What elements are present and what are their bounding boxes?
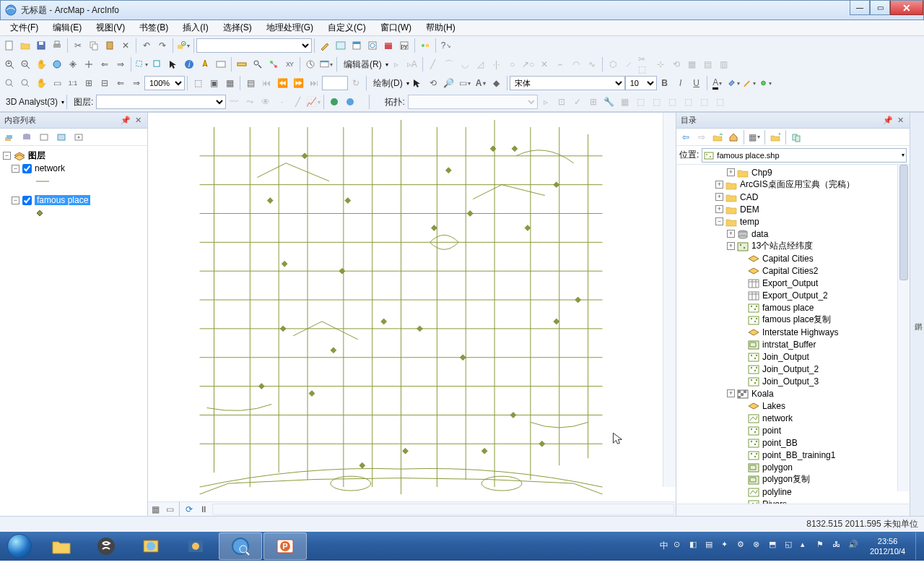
catalog-item[interactable]: polyline	[678, 486, 910, 498]
topology-edit-button[interactable]: ▹	[539, 95, 553, 109]
font-size-combo[interactable]: 10	[625, 76, 657, 90]
html-popup-button[interactable]	[214, 57, 228, 72]
catalog-options-button[interactable]	[789, 130, 803, 144]
toc-button[interactable]	[334, 38, 348, 53]
draw-select-button[interactable]	[410, 76, 424, 90]
toggle-draft-button[interactable]: ⬚	[191, 76, 205, 90]
zoom-in-button[interactable]: +	[2, 57, 17, 72]
hyperlink-button[interactable]	[198, 57, 212, 72]
menu-edit[interactable]: 编辑(E)	[45, 20, 89, 36]
menu-customize[interactable]: 自定义(C)	[321, 20, 373, 36]
catalog-item[interactable]: +Koala	[678, 387, 910, 400]
select-elements-button[interactable]	[166, 57, 180, 72]
data-view-button[interactable]: ▦	[149, 503, 162, 516]
catalog-item[interactable]: Join_Output_2	[678, 363, 910, 375]
toc-checkbox-network[interactable]	[22, 164, 32, 173]
data-driven-pages-button[interactable]: ▤	[243, 76, 258, 90]
model-builder-button[interactable]	[418, 38, 432, 53]
clear-selection-button[interactable]	[150, 57, 165, 72]
map-vertical-scrollbar[interactable]	[663, 113, 676, 487]
add-data-button[interactable]: +▾	[176, 38, 191, 53]
menu-view[interactable]: 视图(V)	[89, 20, 132, 36]
maximize-button[interactable]: ▭	[870, 1, 890, 15]
taskbar-app[interactable]	[174, 532, 217, 560]
topology-validate-extent-button[interactable]: ⊞	[586, 95, 601, 109]
right-angle-button[interactable]: ◿	[474, 57, 488, 72]
expander-icon[interactable]: +	[727, 168, 735, 176]
toc-options-button[interactable]	[71, 130, 86, 144]
tray-icon[interactable]: ▤	[705, 540, 718, 553]
find-route-button[interactable]	[266, 57, 281, 72]
catalog-item[interactable]: Capital Cities	[678, 252, 910, 264]
pause-drawing-button[interactable]: ⏸	[197, 503, 210, 516]
taskbar-arccatalog[interactable]	[129, 532, 173, 560]
contour-button[interactable]: 〰	[227, 95, 241, 109]
ddp-first-button[interactable]: ⏮	[259, 76, 274, 90]
print-button[interactable]	[50, 38, 64, 53]
line-color-button[interactable]: ▾	[742, 76, 757, 90]
steepest-path-button[interactable]: ⤳	[243, 95, 257, 109]
arctoolbox-button[interactable]	[381, 38, 396, 53]
full-extent-button[interactable]	[50, 57, 64, 72]
catalog-item[interactable]: famous place复制	[678, 314, 910, 326]
topology-fix-button[interactable]: 🔧	[602, 95, 616, 109]
layout-next-extent-button[interactable]: ⇒	[129, 76, 144, 90]
toc-symbol-network[interactable]	[1, 175, 146, 188]
bezier-button[interactable]: ∿	[585, 57, 599, 72]
catalog-button[interactable]	[349, 38, 364, 53]
catalog-item[interactable]: polygon	[678, 461, 910, 473]
topology-shared-button[interactable]: ⊡	[554, 95, 569, 109]
save-button[interactable]	[34, 38, 48, 53]
menu-bookmarks[interactable]: 书签(B)	[132, 20, 175, 36]
help-button[interactable]: ?↘	[439, 38, 453, 53]
map-canvas[interactable]	[148, 113, 676, 501]
create-viewer-button[interactable]: ▾	[319, 57, 334, 72]
sketch-properties-button[interactable]: ▤	[701, 57, 715, 72]
open-button[interactable]	[18, 38, 32, 53]
catalog-item[interactable]: Export_Output_2	[678, 289, 910, 301]
catalog-item[interactable]: −temp	[678, 215, 910, 228]
straight-segment-button[interactable]: ╱	[426, 57, 440, 72]
expander-icon[interactable]: −	[12, 197, 19, 204]
cut-polygons-button[interactable]: ✂⬚	[637, 57, 652, 72]
fixed-zoom-in-button[interactable]	[66, 57, 80, 72]
start-button[interactable]	[0, 532, 39, 561]
new-button[interactable]	[2, 38, 17, 53]
python-button[interactable]: py	[397, 38, 411, 53]
catalog-item[interactable]: famous place	[678, 301, 910, 314]
italic-button[interactable]: I	[674, 76, 688, 90]
catalog-tree[interactable]: +Chp9+ArcGIS桌面应用宝典（完稿）+CAD+DEM−temp+data…	[676, 165, 910, 504]
underline-button[interactable]: U	[689, 76, 704, 90]
ddp-next-button[interactable]: ⏩	[291, 76, 305, 90]
taskbar-arcmap[interactable]	[219, 532, 262, 560]
font-color-button[interactable]: A▾	[710, 76, 725, 90]
catalog-item[interactable]: +13个站点经纬度	[678, 240, 910, 252]
tray-icon[interactable]: ⚙	[737, 540, 750, 553]
taskbar-clock[interactable]: 23:56 2012/10/4	[863, 536, 912, 556]
close-button[interactable]: ✕	[890, 1, 923, 15]
catalog-close-icon[interactable]: ✕	[896, 116, 905, 125]
topology-b6[interactable]: ⬚	[713, 95, 728, 109]
expander-icon[interactable]: +	[727, 242, 735, 250]
toc-tree[interactable]: − 图层 − network − famous place	[0, 146, 147, 516]
minimize-button[interactable]: —	[850, 1, 870, 15]
ddp-prev-button[interactable]: ⏪	[275, 76, 289, 90]
taskbar-explorer[interactable]	[40, 532, 83, 560]
cut-button[interactable]: ✂	[71, 38, 85, 53]
fill-color-button[interactable]: ▾	[726, 76, 741, 90]
direction-distance-button[interactable]: ↗○	[521, 57, 536, 72]
catalog-up-button[interactable]	[710, 130, 725, 144]
line-of-sight-button[interactable]: 👁	[258, 95, 273, 109]
tangent-button[interactable]: ◠	[569, 57, 583, 72]
catalog-item[interactable]: Rivers	[678, 498, 910, 504]
location-dropdown-icon[interactable]: ▾	[902, 152, 905, 158]
arcglobe-button[interactable]	[343, 95, 357, 109]
layout-zoom-combo[interactable]: 100%	[144, 76, 185, 90]
expander-icon[interactable]: +	[715, 193, 723, 201]
marker-color-button[interactable]: ▾	[758, 76, 772, 90]
side-tab[interactable]: 鏘	[910, 113, 924, 516]
edit-annotation-button[interactable]: ▹A	[405, 57, 419, 72]
layout-zoom-out-button[interactable]	[18, 76, 32, 90]
toc-checkbox-famous-place[interactable]	[22, 196, 32, 205]
toc-root-row[interactable]: − 图层	[1, 149, 146, 162]
